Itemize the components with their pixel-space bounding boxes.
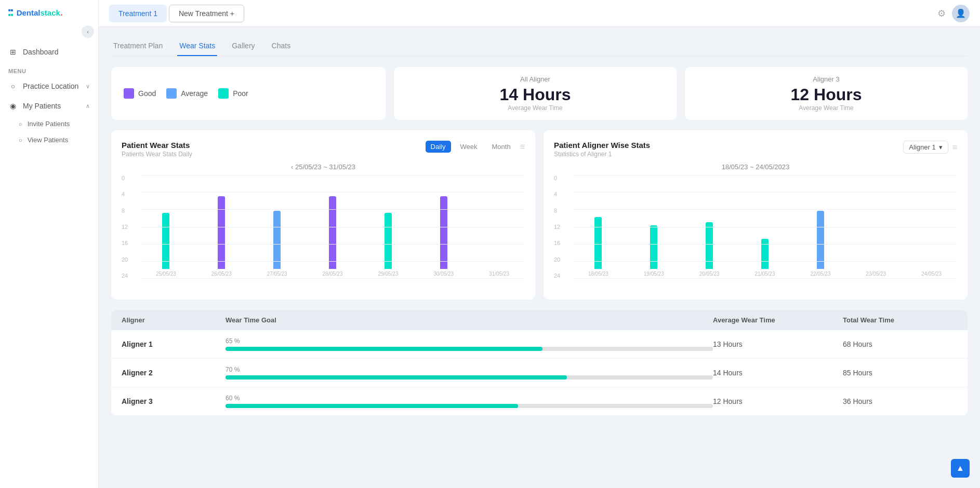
aligner-select-value: Aligner 1 <box>909 143 935 151</box>
aligner-2-wear-goal: 70 % <box>226 366 713 379</box>
bar-21-cyan <box>761 239 769 269</box>
sidebar-item-practice-location[interactable]: ○ Practice Location ∨ <box>0 76 98 96</box>
chart-nav-prev[interactable]: ‹ <box>291 163 295 171</box>
ctrl-btn-week[interactable]: Week <box>455 141 483 153</box>
bar-label-18: 18/05/23 <box>588 271 608 277</box>
invite-patients-icon: ○ <box>19 121 22 127</box>
aligner-select[interactable]: Aligner 1 ▾ <box>903 141 948 154</box>
table-col-avg-wear: Average Wear Time <box>713 316 843 324</box>
sub-tab-chats[interactable]: Chats <box>270 37 293 56</box>
patient-wear-chart-controls: Daily Week Month ≡ <box>426 141 525 153</box>
aligner-3-avg: 12 Hours <box>713 397 843 405</box>
bar-col-25: 25/05/23 <box>140 213 192 277</box>
bar-label-22: 22/05/23 <box>810 271 830 277</box>
settings-icon[interactable]: ⚙ <box>937 8 946 19</box>
patient-wear-chart-title: Patient Wear Stats <box>122 141 192 150</box>
scroll-top-button[interactable]: ▲ <box>951 459 970 478</box>
y-axis-right: 24 20 16 12 8 4 0 <box>554 175 560 279</box>
bar-col-28: 28/05/23 <box>307 196 359 277</box>
bar-label-28: 28/05/23 <box>323 271 343 277</box>
my-patients-icon: ◉ <box>8 101 18 111</box>
aligner-wise-date-range: 18/05/23 ~ 24/05/2023 <box>722 163 789 171</box>
bar-label-31: 31/05/23 <box>489 271 509 277</box>
aligner-select-chevron: ▾ <box>939 143 943 151</box>
aligner-wise-chart-titles: Patient Aligner Wise Stats Statistics of… <box>554 141 650 158</box>
aligner3-bottom-label: Average Wear Time <box>799 104 854 112</box>
ctrl-btn-month[interactable]: Month <box>487 141 516 153</box>
progress-bar-2-fill <box>226 375 567 379</box>
legend-good-color <box>124 88 134 99</box>
topbar: Treatment 1 New Treatment + ⚙ 👤 <box>99 0 980 27</box>
bar-label-20: 20/05/23 <box>699 271 720 277</box>
my-patients-chevron: ∧ <box>86 103 90 110</box>
aligner-wise-chart-subtitle: Statistics of Aligner 1 <box>554 151 650 158</box>
ctrl-btn-daily[interactable]: Daily <box>426 141 451 153</box>
bar-26-purple <box>218 196 225 269</box>
topbar-right: ⚙ 👤 <box>937 5 970 22</box>
sidebar-item-my-patients[interactable]: ◉ My Patients ∧ <box>0 96 98 116</box>
legend-poor-color <box>218 88 229 99</box>
sub-tab-wear-stats[interactable]: Wear Stats <box>177 37 217 56</box>
sub-tab-gallery[interactable]: Gallery <box>230 37 257 56</box>
bar-22-blue <box>817 211 824 269</box>
my-patients-label: My Patients <box>23 102 61 110</box>
sub-tabs: Treatment Plan Wear Stats Gallery Chats <box>111 37 968 57</box>
bar-col-19: 19/05/23 <box>628 225 680 277</box>
view-patients-icon: ○ <box>19 137 22 143</box>
bars-container-left: 25/05/23 26/05/23 27/05/23 <box>140 175 525 289</box>
logo-icon: ■■ ■■ <box>8 8 14 18</box>
aligner-wise-chart-controls: Aligner 1 ▾ ≡ <box>903 141 957 154</box>
practice-location-chevron: ∨ <box>86 83 90 90</box>
aligner-1-name: Aligner 1 <box>122 340 226 348</box>
bar-label-24: 24/05/23 <box>921 271 942 277</box>
aligner-wise-menu-icon[interactable]: ≡ <box>952 143 957 152</box>
aligner-2-total: 85 Hours <box>843 369 957 377</box>
collapse-button[interactable]: ‹ <box>82 25 94 38</box>
aligner-3-total: 36 Hours <box>843 397 957 405</box>
bar-label-26: 26/05/23 <box>211 271 232 277</box>
sidebar-item-dashboard[interactable]: ⊞ Dashboard <box>0 42 98 62</box>
progress-bar-3-bg <box>226 404 713 408</box>
bar-col-21: 21/05/23 <box>739 239 791 277</box>
legend-average-label: Average <box>181 89 208 98</box>
bar-label-29: 29/05/23 <box>378 271 398 277</box>
aligner-wise-bar-area: 24 20 16 12 8 4 0 <box>554 175 957 289</box>
treatment-tabs: Treatment 1 New Treatment + <box>109 5 244 22</box>
practice-location-label: Practice Location <box>23 82 78 90</box>
bar-29-cyan <box>385 213 392 269</box>
bar-19-cyan <box>650 225 657 269</box>
table-col-aligner: Aligner <box>122 316 226 324</box>
bar-28-purple <box>329 196 336 269</box>
bar-label-25: 25/05/23 <box>156 271 176 277</box>
aligner-wise-chart-nav: 18/05/23 ~ 24/05/2023 <box>554 163 957 171</box>
legend-average-color <box>166 88 177 99</box>
tab-new-treatment[interactable]: New Treatment + <box>169 5 244 22</box>
bar-col-22: 22/05/23 <box>794 211 846 277</box>
aligner-wise-chart-card: Patient Aligner Wise Stats Statistics of… <box>544 130 968 300</box>
patient-wear-chart-header: Patient Wear Stats Patients Wear Stats D… <box>122 141 525 158</box>
bar-label-30: 30/05/23 <box>433 271 454 277</box>
patient-wear-chart-card: Patient Wear Stats Patients Wear Stats D… <box>111 130 535 300</box>
chart-menu-icon[interactable]: ≡ <box>520 142 525 152</box>
tab-treatment-1[interactable]: Treatment 1 <box>109 5 167 22</box>
legend-stats-row: Good Average Poor All Aligner 14 Hours A… <box>111 67 968 120</box>
bar-col-18: 18/05/23 <box>573 217 624 277</box>
bar-30-purple <box>440 196 447 269</box>
sidebar-item-view-patients[interactable]: ○ View Patients <box>0 132 98 148</box>
invite-patients-label: Invite Patients <box>28 120 70 128</box>
dashboard-icon: ⊞ <box>8 47 18 57</box>
avatar[interactable]: 👤 <box>952 5 970 22</box>
bars-container-right: 18/05/23 19/05/23 20/05/23 21/05/23 <box>573 175 957 289</box>
sub-tab-treatment-plan[interactable]: Treatment Plan <box>111 37 165 56</box>
aligner-2-name: Aligner 2 <box>122 369 226 377</box>
table-header: Aligner Wear Time Goal Average Wear Time… <box>111 310 968 330</box>
practice-location-icon: ○ <box>8 82 18 91</box>
bar-col-26: 26/05/23 <box>196 196 247 277</box>
aligner-wise-chart-title: Patient Aligner Wise Stats <box>554 141 650 150</box>
legend-poor-label: Poor <box>233 89 248 98</box>
menu-section-label: MENU <box>0 62 98 76</box>
patient-wear-chart-titles: Patient Wear Stats Patients Wear Stats D… <box>122 141 192 158</box>
bar-label-19: 19/05/23 <box>644 271 664 277</box>
bar-label-23: 23/05/23 <box>866 271 886 277</box>
sidebar-item-invite-patients[interactable]: ○ Invite Patients <box>0 116 98 132</box>
